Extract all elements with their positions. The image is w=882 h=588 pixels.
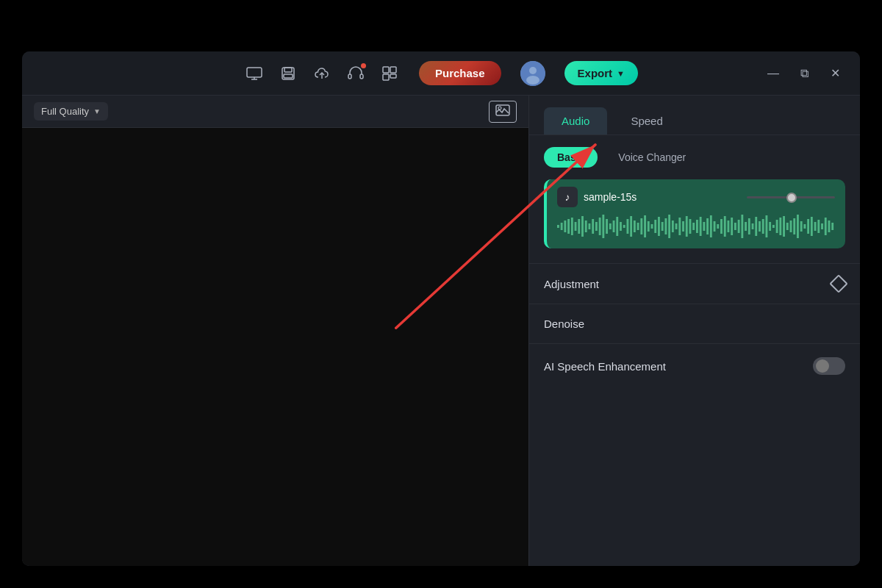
svg-rect-34 bbox=[613, 220, 615, 232]
svg-rect-50 bbox=[668, 215, 670, 238]
audio-track-header: ♪ sample-15s bbox=[557, 187, 835, 207]
quality-chevron-icon: ▼ bbox=[93, 107, 101, 115]
svg-rect-30 bbox=[599, 218, 601, 235]
svg-rect-40 bbox=[634, 220, 636, 232]
window-controls: — ⧉ ✕ bbox=[760, 60, 848, 87]
svg-rect-93 bbox=[817, 220, 820, 233]
minimize-button[interactable]: — bbox=[760, 60, 786, 87]
svg-rect-46 bbox=[654, 220, 656, 233]
audio-track[interactable]: ♪ sample-15s bbox=[544, 179, 845, 248]
svg-rect-85 bbox=[790, 220, 792, 232]
svg-rect-79 bbox=[769, 222, 771, 231]
svg-rect-19 bbox=[561, 223, 563, 230]
svg-rect-63 bbox=[714, 221, 716, 232]
user-avatar[interactable] bbox=[520, 61, 545, 86]
waveform bbox=[557, 212, 835, 241]
svg-rect-61 bbox=[706, 218, 709, 234]
svg-rect-74 bbox=[752, 223, 754, 229]
ai-speech-section[interactable]: AI Speech Enhancement bbox=[529, 343, 860, 388]
svg-rect-62 bbox=[710, 215, 712, 237]
slider-thumb[interactable] bbox=[786, 193, 797, 203]
ai-speech-toggle[interactable] bbox=[813, 357, 845, 375]
save-icon[interactable] bbox=[278, 63, 298, 84]
preview-image-icon[interactable] bbox=[489, 101, 517, 123]
svg-rect-37 bbox=[623, 225, 625, 228]
svg-rect-28 bbox=[592, 219, 594, 234]
cloud-upload-icon[interactable] bbox=[312, 63, 332, 84]
svg-rect-83 bbox=[783, 216, 785, 237]
sub-tab-voice-changer[interactable]: Voice Changer bbox=[605, 147, 699, 168]
svg-rect-10 bbox=[390, 67, 396, 73]
svg-rect-70 bbox=[738, 220, 740, 233]
grid-icon[interactable] bbox=[379, 63, 400, 84]
headphones-icon[interactable] bbox=[345, 63, 366, 84]
svg-rect-60 bbox=[703, 222, 705, 231]
svg-rect-77 bbox=[762, 219, 764, 234]
svg-rect-65 bbox=[720, 219, 723, 234]
svg-rect-64 bbox=[717, 224, 719, 229]
svg-rect-21 bbox=[567, 219, 570, 234]
svg-point-15 bbox=[526, 76, 539, 85]
maximize-button[interactable]: ⧉ bbox=[791, 60, 817, 87]
quality-select[interactable]: Full Quality ▼ bbox=[34, 102, 108, 121]
svg-rect-81 bbox=[776, 220, 778, 233]
svg-rect-26 bbox=[585, 220, 587, 232]
svg-rect-58 bbox=[696, 220, 698, 233]
svg-rect-66 bbox=[724, 216, 726, 237]
right-panel: Audio Speed Basic Voice Changer bbox=[529, 96, 860, 566]
svg-rect-84 bbox=[786, 223, 789, 230]
tab-audio[interactable]: Audio bbox=[544, 107, 607, 135]
svg-rect-45 bbox=[651, 224, 653, 229]
svg-rect-35 bbox=[616, 217, 618, 236]
svg-rect-91 bbox=[811, 217, 813, 236]
toggle-knob bbox=[816, 359, 829, 373]
monitor-icon[interactable] bbox=[244, 63, 265, 84]
tab-speed[interactable]: Speed bbox=[613, 107, 680, 135]
svg-rect-18 bbox=[557, 225, 559, 228]
svg-rect-96 bbox=[828, 220, 831, 232]
svg-rect-49 bbox=[664, 218, 667, 234]
svg-rect-72 bbox=[745, 222, 747, 231]
svg-rect-56 bbox=[689, 219, 692, 234]
track-volume-slider[interactable] bbox=[747, 196, 835, 198]
left-toolbar: Full Quality ▼ bbox=[22, 96, 528, 128]
svg-rect-92 bbox=[814, 222, 817, 231]
svg-rect-55 bbox=[686, 216, 688, 237]
svg-rect-25 bbox=[581, 216, 584, 237]
svg-rect-90 bbox=[807, 219, 809, 234]
sub-tab-basic[interactable]: Basic bbox=[544, 147, 598, 168]
svg-rect-76 bbox=[759, 221, 761, 232]
svg-rect-24 bbox=[578, 219, 580, 234]
denoise-section[interactable]: Denoise bbox=[529, 304, 860, 343]
svg-rect-69 bbox=[734, 223, 736, 230]
svg-rect-9 bbox=[383, 67, 389, 73]
svg-rect-11 bbox=[383, 74, 389, 80]
svg-rect-27 bbox=[589, 223, 591, 229]
svg-rect-97 bbox=[831, 223, 833, 230]
svg-rect-82 bbox=[779, 218, 781, 235]
preview-area bbox=[22, 128, 528, 566]
ai-speech-label: AI Speech Enhancement bbox=[544, 360, 666, 373]
svg-rect-38 bbox=[627, 219, 629, 234]
close-button[interactable]: ✕ bbox=[822, 60, 848, 87]
audio-track-title: ♪ sample-15s bbox=[557, 187, 637, 207]
export-button[interactable]: Export ▼ bbox=[564, 61, 638, 85]
svg-rect-29 bbox=[595, 222, 598, 231]
svg-rect-42 bbox=[640, 218, 642, 234]
purchase-button[interactable]: Purchase bbox=[419, 61, 501, 85]
app-window: Purchase Export ▼ — ⧉ ✕ bbox=[22, 51, 860, 566]
svg-rect-8 bbox=[360, 74, 363, 79]
svg-rect-12 bbox=[390, 74, 396, 78]
titlebar: Purchase Export ▼ — ⧉ ✕ bbox=[22, 51, 860, 96]
svg-rect-87 bbox=[797, 215, 799, 238]
svg-rect-22 bbox=[571, 218, 573, 235]
svg-rect-48 bbox=[662, 222, 664, 231]
svg-rect-67 bbox=[728, 220, 730, 232]
left-panel: Full Quality ▼ bbox=[22, 96, 529, 566]
adjustment-section[interactable]: Adjustment bbox=[529, 263, 860, 304]
svg-rect-23 bbox=[575, 222, 577, 231]
sub-tabs-row: Basic Voice Changer bbox=[529, 135, 860, 179]
svg-rect-54 bbox=[682, 221, 684, 232]
svg-rect-20 bbox=[564, 220, 566, 232]
quality-label: Full Quality bbox=[41, 106, 89, 117]
